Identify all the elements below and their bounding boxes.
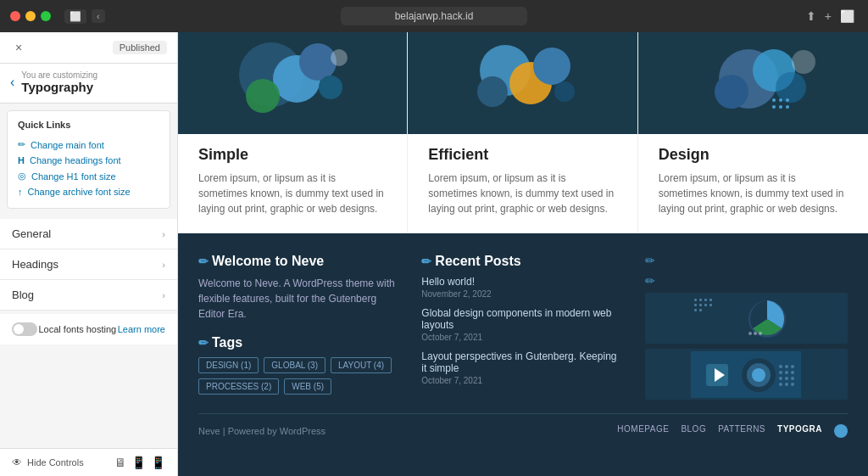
tag-layout[interactable]: LAYOUT (4) <box>331 357 392 373</box>
nav-item-general[interactable]: General › <box>0 219 177 249</box>
app-body: × Published ‹ You are customizing Typogr… <box>0 32 868 476</box>
post-title-3[interactable]: Layout perspectives in Gutenberg. Keepin… <box>421 350 624 374</box>
svg-point-11 <box>533 48 570 85</box>
svg-point-17 <box>776 72 806 103</box>
customizer-footer[interactable]: 👁 Hide Controls 🖥 📱 📱 <box>0 448 177 476</box>
add-tab-icon[interactable]: + <box>825 9 832 23</box>
feature-desc-efficient: Lorem ipsum, or lipsum as it is sometime… <box>428 171 616 216</box>
svg-rect-33 <box>709 304 712 306</box>
welcome-text: Welcome to Neve. A WordPress theme with … <box>198 276 401 322</box>
svg-point-38 <box>754 332 757 335</box>
svg-point-21 <box>786 98 789 102</box>
feature-title-design: Design <box>659 146 848 164</box>
edit-icon: ✏ <box>198 255 209 268</box>
post-date-1: November 2, 2022 <box>421 289 624 299</box>
customizer-close-button[interactable]: × <box>10 39 27 56</box>
feature-image-simple <box>178 32 407 134</box>
share-icon[interactable]: ⬆ <box>806 9 816 23</box>
local-fonts-toggle[interactable] <box>12 322 37 336</box>
h1-icon: ◎ <box>18 171 26 182</box>
svg-point-49 <box>779 371 782 374</box>
svg-point-16 <box>715 75 748 109</box>
recent-posts-title: ✏ Recent Posts <box>421 254 624 269</box>
footer-nav-blog[interactable]: BLOG <box>681 424 706 438</box>
eye-icon: 👁 <box>12 456 22 468</box>
quick-link-archive-size[interactable]: ↑ Change archive font size <box>18 184 159 199</box>
footer-nav-typography[interactable]: TYPOGRA <box>777 424 822 438</box>
footer-credit: Neve | Powered by WordPress <box>198 426 326 436</box>
svg-point-57 <box>791 383 794 386</box>
svg-rect-27 <box>699 299 702 301</box>
feature-desc-design: Lorem ipsum, or lipsum as it is sometime… <box>659 171 848 216</box>
back-nav-button[interactable]: ⬜ <box>64 9 86 24</box>
chevron-icon: › <box>162 260 165 270</box>
learn-more-link[interactable]: Learn more <box>118 324 165 334</box>
svg-rect-31 <box>699 304 702 306</box>
back-arrow-button[interactable]: ‹ <box>10 75 14 90</box>
post-date-2: October 7, 2021 <box>421 333 624 342</box>
close-button[interactable] <box>10 11 20 21</box>
post-item-2: Global design components in modern web l… <box>421 307 624 342</box>
forward-nav-button[interactable]: ‹ <box>92 9 105 23</box>
nav-item-general-label: General <box>12 227 51 240</box>
svg-point-5 <box>319 76 342 99</box>
welcome-title: ✏ Welcome to Neve <box>198 254 401 269</box>
main-content: Simple Lorem ipsum, or lipsum as it is s… <box>178 32 868 476</box>
svg-point-4 <box>299 43 337 81</box>
device-mobile-icon[interactable]: 📱 <box>151 456 165 469</box>
svg-rect-26 <box>694 299 697 301</box>
quick-link-h1-size[interactable]: ◎ Change H1 font size <box>18 168 159 184</box>
site-footer: ✏ Welcome to Neve Welcome to Neve. A Wor… <box>178 233 868 476</box>
footer-image-1 <box>645 293 848 344</box>
nav-item-blog[interactable]: Blog › <box>0 280 177 311</box>
minimize-button[interactable] <box>25 11 36 21</box>
archive-icon: ↑ <box>18 187 23 197</box>
window-chrome: ⬜ ‹ belajarwp.hack.id ⬆ + ⬜ <box>0 0 868 32</box>
svg-point-47 <box>785 365 788 368</box>
customizer-sidebar: × Published ‹ You are customizing Typogr… <box>0 32 178 476</box>
device-desktop-icon[interactable]: 🖥 <box>114 456 126 469</box>
svg-rect-30 <box>694 304 697 306</box>
footer-nav: HOMEPAGE BLOG PATTERNS TYPOGRA <box>617 424 848 438</box>
tag-web[interactable]: WEB (5) <box>284 378 331 395</box>
welcome-widget: ✏ Welcome to Neve Welcome to Neve. A Wor… <box>198 254 401 400</box>
feature-image-efficient <box>408 32 637 134</box>
svg-rect-32 <box>704 304 707 306</box>
footer-images <box>645 293 848 400</box>
svg-point-54 <box>791 377 794 380</box>
active-indicator <box>834 424 848 438</box>
svg-rect-29 <box>709 299 712 301</box>
quick-links-section: Quick Links ✏ Change main font H Change … <box>7 110 170 209</box>
quick-link-label: Change headings font <box>30 155 121 165</box>
footer-nav-patterns[interactable]: PATTERNS <box>718 424 765 438</box>
tag-design[interactable]: DESIGN (1) <box>198 357 259 373</box>
nav-item-blog-label: Blog <box>12 288 34 301</box>
svg-point-10 <box>477 76 508 107</box>
post-title-1[interactable]: Hello world! <box>421 276 624 288</box>
quick-link-label: Change H1 font size <box>31 171 116 182</box>
quick-link-headings-font[interactable]: H Change headings font <box>18 153 159 168</box>
maximize-button[interactable] <box>41 11 51 21</box>
tags-container: DESIGN (1) GLOBAL (3) LAYOUT (4) PROCESS… <box>198 357 401 395</box>
svg-point-23 <box>779 105 782 109</box>
edit-icon-3: ✏ <box>645 254 848 267</box>
section-title: Typography <box>21 80 97 94</box>
footer-nav-homepage[interactable]: HOMEPAGE <box>617 424 669 438</box>
device-tablet-icon[interactable]: 📱 <box>131 456 146 469</box>
tag-global[interactable]: GLOBAL (3) <box>264 357 326 373</box>
browser-nav: ⬜ ‹ <box>64 9 105 24</box>
post-title-2[interactable]: Global design components in modern web l… <box>421 307 624 331</box>
address-bar[interactable]: belajarwp.hack.id <box>341 7 527 25</box>
feature-desc-simple: Lorem ipsum, or lipsum as it is sometime… <box>198 171 387 216</box>
quick-link-main-font[interactable]: ✏ Change main font <box>18 137 159 153</box>
svg-point-45 <box>752 368 765 382</box>
nav-item-headings[interactable]: Headings › <box>0 249 177 280</box>
recent-posts-widget: ✏ Recent Posts Hello world! November 2, … <box>421 254 624 400</box>
post-date-3: October 7, 2021 <box>421 376 624 385</box>
tag-processes[interactable]: PROCESSES (2) <box>198 378 279 395</box>
svg-rect-35 <box>699 309 702 311</box>
svg-point-52 <box>779 377 782 380</box>
window-right-controls: ⬆ + ⬜ <box>806 9 854 23</box>
nav-item-headings-label: Headings <box>12 258 58 271</box>
tabs-icon[interactable]: ⬜ <box>840 9 854 23</box>
